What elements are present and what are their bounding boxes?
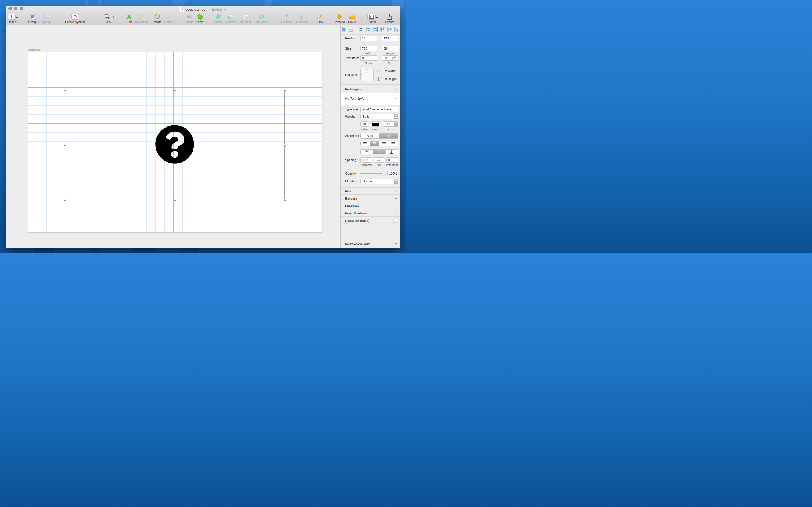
typeface-value: Font Awesome 5 Fre bbox=[363, 108, 391, 111]
add-inner-shadow-button[interactable]: + bbox=[395, 210, 397, 215]
typeface-dropdown[interactable]: Font Awesome 5 Fre bbox=[360, 107, 398, 112]
flip-vertical-icon bbox=[392, 56, 396, 60]
document-icon bbox=[180, 7, 184, 12]
position-x-field[interactable]: 128 bbox=[360, 36, 377, 41]
align-top-icon[interactable] bbox=[380, 27, 385, 32]
distribute-vertically-icon[interactable] bbox=[348, 27, 354, 32]
text-align-right-button[interactable] bbox=[379, 142, 389, 146]
add-shadow-button[interactable]: + bbox=[395, 203, 397, 208]
glyph-options-button[interactable] bbox=[360, 121, 368, 127]
selection-handle[interactable] bbox=[174, 199, 176, 201]
make-exportable-add-button[interactable]: + bbox=[395, 241, 397, 245]
text-align-center-button[interactable] bbox=[370, 142, 379, 146]
move-forward-icon bbox=[283, 13, 290, 20]
selection-handle[interactable] bbox=[284, 144, 286, 146]
font-size-value: 144 bbox=[385, 122, 390, 126]
valign-bottom-icon bbox=[389, 150, 394, 154]
line-spacing-field[interactable]: 144 bbox=[373, 158, 385, 163]
selection-handle[interactable] bbox=[284, 89, 286, 91]
line-sublabel: Line bbox=[373, 163, 385, 166]
selection-handle[interactable] bbox=[64, 89, 66, 91]
flip-vertical-button[interactable] bbox=[390, 56, 398, 60]
position-label: Position bbox=[345, 37, 356, 40]
width-field[interactable]: 768 bbox=[360, 46, 377, 51]
flatten-icon bbox=[165, 13, 172, 20]
spacing-label: Spacing bbox=[345, 158, 356, 162]
titlebar: docs-demos — Edited bbox=[6, 6, 400, 13]
blur-type-stepper-icon[interactable] bbox=[367, 219, 369, 223]
align-left-icon[interactable] bbox=[359, 27, 364, 32]
question-circle-icon[interactable] bbox=[155, 124, 195, 164]
scale-icon bbox=[197, 13, 203, 20]
inner-shadows-header: Inner Shadows bbox=[345, 212, 367, 215]
add-prototyping-button[interactable]: + bbox=[395, 87, 397, 91]
edited-status[interactable]: Edited bbox=[212, 7, 222, 11]
align-center-horizontal-icon[interactable] bbox=[366, 27, 371, 32]
align-middle-vertical-icon[interactable] bbox=[388, 27, 392, 32]
opacity-field[interactable]: 100% bbox=[388, 171, 398, 176]
height-field[interactable]: 384 bbox=[382, 46, 398, 51]
text-align-justify-button[interactable] bbox=[389, 142, 398, 146]
move-backward-icon bbox=[298, 13, 305, 20]
valign-bottom-button[interactable] bbox=[386, 150, 398, 154]
selection-handle[interactable] bbox=[64, 144, 66, 146]
difference-icon bbox=[258, 13, 264, 20]
add-fill-button[interactable]: + bbox=[395, 188, 397, 193]
distribute-horizontally-icon[interactable] bbox=[342, 27, 347, 33]
color-well[interactable] bbox=[371, 121, 380, 127]
fix-width-toggle[interactable] bbox=[376, 69, 381, 73]
ungroup-button[interactable]: Ungroup bbox=[35, 13, 56, 24]
text-align-left-button[interactable] bbox=[361, 142, 370, 146]
align-right-icon[interactable] bbox=[373, 27, 378, 32]
flatten-button[interactable]: Flatten bbox=[158, 13, 179, 24]
flip-horizontal-button[interactable] bbox=[382, 56, 390, 60]
zoom-level: 100% bbox=[96, 20, 117, 24]
opacity-slider-knob[interactable] bbox=[382, 172, 386, 175]
selection-handle[interactable] bbox=[284, 199, 286, 201]
add-border-button[interactable]: + bbox=[395, 196, 397, 201]
width-sublabel: Width bbox=[360, 52, 377, 55]
artboard[interactable] bbox=[28, 52, 322, 232]
paragraph-spacing-field[interactable]: 0 bbox=[386, 158, 398, 163]
align-bottom-icon[interactable] bbox=[395, 27, 399, 32]
title-separator: — bbox=[207, 7, 210, 11]
insert-button[interactable]: Insert bbox=[6, 13, 23, 24]
alignment-fixed-button[interactable]: Fixed bbox=[379, 133, 398, 138]
size-label: Size bbox=[345, 47, 351, 50]
symbol-loop-icon bbox=[71, 14, 79, 20]
canvas[interactable]: Artboard bbox=[6, 25, 340, 248]
text-style-row[interactable]: No Text Style bbox=[341, 93, 400, 105]
backward-button[interactable]: Backward bbox=[291, 13, 312, 24]
align-right-icon bbox=[382, 142, 386, 145]
opacity-slider-track[interactable] bbox=[360, 173, 385, 174]
export-button[interactable]: Export bbox=[378, 13, 400, 24]
character-spacing-field[interactable]: auto bbox=[360, 158, 372, 163]
fix-height-toggle[interactable] bbox=[376, 77, 381, 81]
alignment-auto-button[interactable]: Auto bbox=[361, 133, 379, 138]
export-icon bbox=[386, 13, 393, 20]
weight-dropdown[interactable]: Solid bbox=[360, 114, 398, 119]
gaussian-blur-checkbox[interactable] bbox=[393, 219, 397, 223]
resizing-pin-widget[interactable] bbox=[360, 68, 373, 81]
rotate-field[interactable]: 0° bbox=[360, 55, 377, 61]
cloud-icon bbox=[349, 13, 356, 20]
title-chevron-down-icon[interactable] bbox=[223, 9, 226, 10]
selection-handle[interactable] bbox=[64, 199, 66, 201]
position-y-field[interactable]: 128 bbox=[382, 36, 398, 41]
zoom-in-button[interactable]: + bbox=[109, 13, 118, 20]
create-symbol-button[interactable]: Create Symbol bbox=[64, 13, 86, 24]
chevron-down-icon bbox=[394, 121, 398, 127]
valign-top-button[interactable] bbox=[361, 150, 373, 154]
link-button[interactable]: Link bbox=[310, 13, 331, 24]
blending-dropdown[interactable]: Normal bbox=[360, 179, 398, 184]
weight-value: Solid bbox=[363, 115, 369, 118]
font-size-combo[interactable]: 144 bbox=[383, 121, 398, 127]
difference-button[interactable]: Difference bbox=[250, 13, 272, 24]
toolbar: Insert Group Ungroup bbox=[6, 13, 400, 25]
opacity-label: Opacity bbox=[345, 172, 356, 175]
valign-middle-button[interactable] bbox=[373, 150, 385, 154]
fills-header: Fills bbox=[345, 189, 351, 193]
selection-handle[interactable] bbox=[174, 89, 176, 91]
cloud-button[interactable]: Cloud bbox=[342, 13, 363, 24]
artboard-title[interactable]: Artboard bbox=[28, 48, 40, 52]
